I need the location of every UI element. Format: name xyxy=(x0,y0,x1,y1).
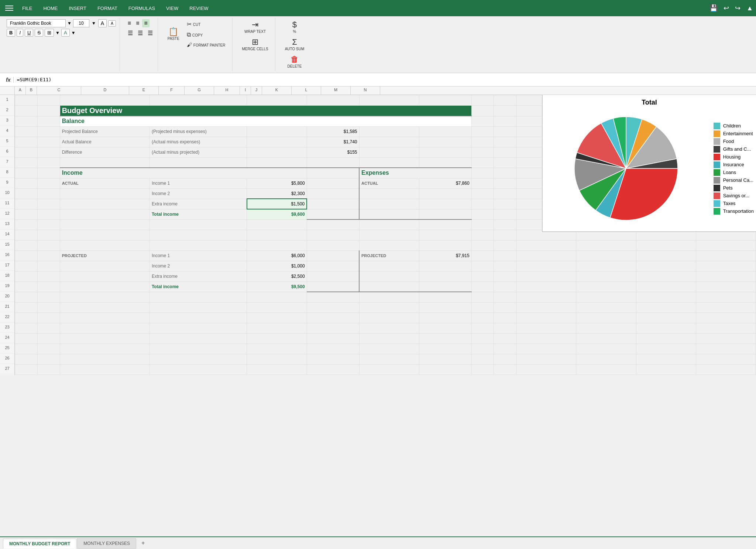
grid-cell[interactable] xyxy=(419,95,471,106)
grid-cell[interactable] xyxy=(636,313,696,323)
grid-cell[interactable]: $9,500 xyxy=(247,282,307,292)
grid-cell[interactable] xyxy=(576,364,636,375)
grid-cell[interactable] xyxy=(37,95,60,106)
grid-cell[interactable] xyxy=(15,157,38,168)
grid-cell[interactable]: Income 1 xyxy=(150,250,247,261)
grid-cell[interactable] xyxy=(307,333,359,344)
grid-cell[interactable]: $5,800 xyxy=(247,178,307,188)
grid-cell[interactable] xyxy=(359,95,419,106)
grid-cell[interactable] xyxy=(471,126,494,137)
bold-button[interactable]: B xyxy=(7,29,15,37)
grid-cell[interactable] xyxy=(15,282,38,292)
grid-cell[interactable] xyxy=(636,354,696,364)
tab-monthly-budget[interactable]: MONTHLY BUDGET REPORT xyxy=(3,539,76,549)
grid-cell[interactable] xyxy=(359,240,419,250)
grid-cell[interactable] xyxy=(60,209,150,219)
grid-cell[interactable] xyxy=(494,333,516,344)
grid-cell[interactable] xyxy=(696,364,756,375)
grid-cell[interactable]: (Actual minus expenses) xyxy=(150,137,247,147)
grid-cell[interactable] xyxy=(516,302,576,313)
borders-dropdown[interactable]: ▼ xyxy=(55,30,60,35)
grid-cell[interactable] xyxy=(636,292,696,302)
grid-cell[interactable] xyxy=(359,302,419,313)
grid-cell[interactable] xyxy=(37,344,60,354)
save-icon[interactable]: 💾 xyxy=(709,4,718,12)
grid-cell[interactable] xyxy=(15,188,38,199)
grid-cell[interactable] xyxy=(150,354,247,364)
grid-cell[interactable] xyxy=(307,261,359,271)
grid-cell[interactable] xyxy=(37,178,60,188)
grid-cell[interactable] xyxy=(471,168,494,178)
grid-cell[interactable] xyxy=(60,261,150,271)
grid-cell[interactable] xyxy=(307,282,359,292)
grid-cell[interactable]: (Projected minus expenses) xyxy=(150,126,247,137)
grid-cell[interactable] xyxy=(37,106,60,116)
grid-cell[interactable]: $6,000 xyxy=(247,250,307,261)
grid-cell[interactable] xyxy=(494,323,516,333)
grid-cell[interactable] xyxy=(37,250,60,261)
grid-cell[interactable] xyxy=(150,364,247,375)
grid-cell[interactable] xyxy=(576,323,636,333)
grid-cell[interactable] xyxy=(37,313,60,323)
grid-cell[interactable] xyxy=(150,240,247,250)
grid-cell[interactable] xyxy=(15,354,38,364)
grid-cell[interactable] xyxy=(494,261,516,271)
grid-cell[interactable] xyxy=(150,302,247,313)
grid-cell[interactable] xyxy=(307,313,359,323)
grid-cell[interactable] xyxy=(419,126,471,137)
grid-cell[interactable] xyxy=(471,364,494,375)
grid-cell[interactable]: $7,860 xyxy=(419,178,471,188)
grid-cell[interactable] xyxy=(471,344,494,354)
grid-cell[interactable] xyxy=(471,106,494,116)
grid-cell[interactable] xyxy=(419,313,471,323)
grid-cell[interactable] xyxy=(15,261,38,271)
grid-cell[interactable] xyxy=(494,344,516,354)
grid-cell[interactable] xyxy=(494,354,516,364)
grid-cell[interactable] xyxy=(494,302,516,313)
grid-cell[interactable]: $2,300 xyxy=(247,188,307,199)
cut-button[interactable]: ✂ CUT xyxy=(184,19,228,29)
grid-cell[interactable] xyxy=(307,302,359,313)
grid-cell[interactable] xyxy=(359,188,419,199)
grid-cell[interactable] xyxy=(307,344,359,354)
grid-cell[interactable] xyxy=(359,313,419,323)
format-painter-button[interactable]: 🖌 FORMAT PAINTER xyxy=(184,40,228,49)
grid-cell[interactable] xyxy=(516,364,576,375)
grid-cell[interactable] xyxy=(516,313,576,323)
grid-cell[interactable] xyxy=(516,333,576,344)
menu-file[interactable]: FILE xyxy=(17,3,37,13)
tab-monthly-expenses[interactable]: MONTHLY EXPENSES xyxy=(77,538,136,549)
grid-cell[interactable] xyxy=(307,209,359,219)
underline-button[interactable]: U xyxy=(25,29,33,37)
grid-cell[interactable] xyxy=(307,178,359,188)
grid-cell[interactable] xyxy=(307,168,359,178)
grid-cell[interactable] xyxy=(307,157,359,168)
grid-cell[interactable] xyxy=(494,116,516,126)
grid-cell[interactable] xyxy=(60,344,150,354)
grid-cell[interactable] xyxy=(471,292,494,302)
grid-cell[interactable] xyxy=(516,344,576,354)
grid-cell[interactable] xyxy=(247,333,307,344)
grid-cell[interactable] xyxy=(636,302,696,313)
grid-cell[interactable] xyxy=(494,219,516,230)
grid-cell[interactable] xyxy=(15,147,38,157)
grid-cell[interactable]: PROJECTED xyxy=(60,250,150,261)
grid-cell[interactable]: Total income xyxy=(150,282,247,292)
grid-cell[interactable] xyxy=(419,147,471,157)
grid-cell[interactable] xyxy=(15,199,38,209)
grid-cell[interactable] xyxy=(419,323,471,333)
grid-cell[interactable] xyxy=(576,333,636,344)
grid-cell[interactable] xyxy=(636,344,696,354)
grid-cell[interactable] xyxy=(15,313,38,323)
grid-cell[interactable] xyxy=(636,271,696,282)
grid-cell[interactable]: Budget Overview xyxy=(60,106,471,116)
grid-cell[interactable] xyxy=(471,354,494,364)
font-size-increase[interactable]: A xyxy=(98,19,107,27)
grid-cell[interactable] xyxy=(696,282,756,292)
grid-cell[interactable] xyxy=(419,230,471,240)
grid-cell[interactable] xyxy=(494,230,516,240)
grid-cell[interactable] xyxy=(636,282,696,292)
grid-cell[interactable] xyxy=(494,106,516,116)
grid-cell[interactable] xyxy=(696,292,756,302)
grid-cell[interactable] xyxy=(471,240,494,250)
